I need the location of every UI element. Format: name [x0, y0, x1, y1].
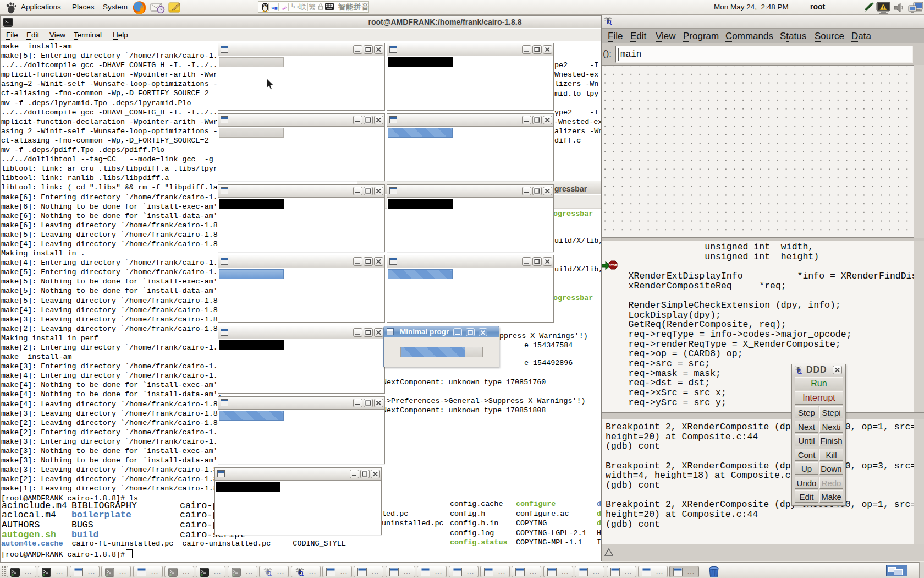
svg-text:STOP: STOP — [609, 264, 617, 267]
